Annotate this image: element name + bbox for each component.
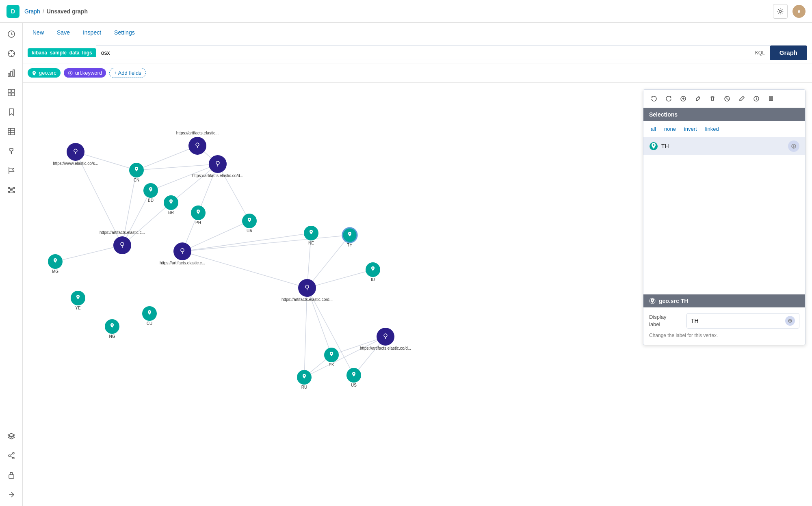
svg-text:https://artifacts.elastic.co/d: https://artifacts.elastic.co/d... — [360, 346, 411, 350]
delete-button[interactable] — [707, 93, 718, 104]
svg-point-86 — [112, 324, 113, 326]
fields-bar: geo.src url.keyword + Add fields — [23, 63, 812, 83]
sidebar-icon-compass[interactable] — [5, 47, 18, 60]
graph-node-url[interactable] — [298, 279, 316, 297]
graph-node-url[interactable] — [113, 236, 131, 254]
sel-invert-button[interactable]: invert — [682, 125, 699, 133]
graph-canvas[interactable]: https://www.elastic.co/s... https://arti… — [23, 83, 812, 506]
display-label-action-icon[interactable] — [785, 316, 795, 326]
svg-point-16 — [13, 452, 14, 454]
graph-node-url[interactable] — [173, 242, 191, 260]
gear-button[interactable] — [773, 4, 788, 19]
pause-button[interactable] — [765, 93, 777, 104]
field-chip-url[interactable]: url.keyword — [64, 68, 106, 78]
index-badge[interactable]: kibana_sample_data_logs — [28, 48, 96, 57]
svg-rect-6 — [8, 89, 11, 92]
settings-button[interactable]: Settings — [111, 28, 138, 37]
svg-text:UA: UA — [247, 229, 252, 233]
display-label-input[interactable]: TH — [686, 313, 799, 329]
sel-linked-button[interactable]: linked — [704, 125, 721, 133]
field-chip-geo[interactable]: geo.src — [28, 68, 61, 78]
node-detail-label: geo.src TH — [659, 298, 688, 304]
user-avatar[interactable]: e — [793, 5, 806, 18]
selection-buttons: all none invert linked — [643, 121, 805, 137]
info-button[interactable] — [751, 93, 762, 104]
svg-point-94 — [353, 373, 355, 374]
svg-point-92 — [331, 353, 332, 354]
sel-none-button[interactable]: none — [663, 125, 678, 133]
link-button[interactable] — [692, 93, 704, 104]
sidebar-icon-lock[interactable] — [5, 469, 18, 482]
sidebar-icon-clock[interactable] — [5, 28, 18, 41]
svg-point-69 — [171, 201, 172, 202]
sidebar-icon-table[interactable] — [5, 125, 18, 138]
svg-text:US: US — [351, 383, 357, 387]
sidebar-icon-bookmark[interactable] — [5, 106, 18, 119]
breadcrumb-parent[interactable]: Graph — [24, 8, 40, 15]
inspect-button[interactable]: Inspect — [80, 28, 104, 37]
sidebar-icon-graph[interactable] — [5, 184, 18, 197]
selected-node-label: TH — [661, 143, 669, 149]
svg-point-80 — [55, 259, 56, 261]
pencil-button[interactable] — [736, 93, 747, 104]
graph-node-url[interactable] — [377, 328, 394, 346]
kql-badge[interactable]: KQL — [750, 45, 770, 60]
display-label-value: TH — [691, 318, 699, 324]
svg-line-42 — [307, 270, 373, 288]
svg-text:BD: BD — [148, 198, 154, 203]
svg-text:https://www.elastic.co/s...: https://www.elastic.co/s... — [53, 161, 98, 166]
save-button[interactable]: Save — [54, 28, 73, 37]
sidebar-icon-layers[interactable] — [5, 430, 18, 443]
sidebar-icon-share[interactable] — [5, 449, 18, 462]
svg-text:PH: PH — [195, 221, 201, 225]
svg-text:MG: MG — [52, 269, 58, 274]
svg-text:BR: BR — [168, 210, 174, 215]
redo-button[interactable] — [663, 93, 674, 104]
new-button[interactable]: New — [29, 28, 47, 37]
svg-point-14 — [8, 191, 10, 193]
sidebar-icon-arrow[interactable] — [5, 488, 18, 501]
svg-rect-8 — [8, 93, 11, 96]
sidebar-icon-flag[interactable] — [5, 164, 18, 177]
svg-line-28 — [171, 164, 218, 203]
svg-point-90 — [304, 375, 305, 376]
svg-rect-19 — [9, 475, 14, 478]
sidebar-icon-grid[interactable] — [5, 86, 18, 99]
svg-text:https://artifacts.elastic...: https://artifacts.elastic... — [176, 131, 219, 135]
add-button[interactable] — [678, 93, 689, 104]
graph-node-url[interactable] — [209, 155, 227, 173]
svg-point-17 — [9, 455, 10, 456]
sel-all-button[interactable]: all — [649, 125, 658, 133]
query-input[interactable] — [96, 45, 750, 60]
svg-point-101 — [653, 144, 654, 146]
graph-node-url[interactable] — [188, 137, 206, 155]
svg-point-65 — [136, 168, 137, 169]
sidebar-icon-chart[interactable] — [5, 67, 18, 80]
svg-line-39 — [182, 251, 307, 288]
svg-point-71 — [198, 211, 199, 212]
svg-point-15 — [13, 191, 15, 193]
svg-point-84 — [78, 296, 79, 297]
selected-node-icon — [649, 142, 658, 151]
svg-point-67 — [150, 188, 152, 190]
main-toolbar: New Save Inspect Settings — [23, 23, 812, 42]
svg-text:NE: NE — [308, 241, 314, 245]
graph-node-url[interactable] — [67, 143, 84, 161]
ban-button[interactable] — [721, 93, 733, 104]
add-fields-button[interactable]: + Add fields — [109, 68, 146, 78]
svg-line-30 — [218, 164, 249, 221]
display-label-row: Displaylabel TH — [649, 313, 799, 329]
svg-line-37 — [182, 233, 311, 251]
breadcrumb: Graph / Unsaved graph — [24, 8, 88, 15]
undo-button[interactable] — [648, 93, 660, 104]
breadcrumb-separator: / — [43, 8, 44, 15]
graph-button[interactable]: Graph — [770, 45, 807, 60]
svg-rect-5 — [13, 70, 15, 76]
svg-rect-99 — [771, 97, 773, 101]
selected-node-action[interactable] — [788, 141, 799, 152]
sidebar-icon-pin[interactable] — [5, 145, 18, 158]
svg-text:NG: NG — [109, 334, 115, 339]
svg-point-82 — [372, 268, 374, 269]
right-panel: Selections all none invert linked TH — [643, 89, 806, 345]
svg-rect-7 — [12, 89, 15, 92]
